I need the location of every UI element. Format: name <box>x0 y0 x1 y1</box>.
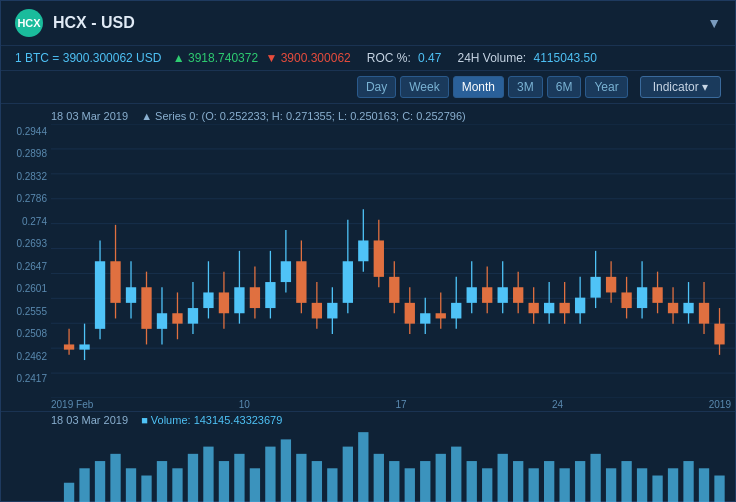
6m-btn[interactable]: 6M <box>547 76 582 98</box>
year-btn[interactable]: Year <box>585 76 627 98</box>
y-label: 0.2832 <box>1 171 47 182</box>
svg-rect-13 <box>64 344 74 349</box>
svg-rect-100 <box>95 461 105 502</box>
svg-rect-101 <box>110 454 120 502</box>
subheader-bar: 1 BTC = 3900.300062 USD ▲ 3918.740372 ▼ … <box>1 46 735 71</box>
volume-chart-wrap <box>1 427 735 502</box>
y-axis: 0.29440.28980.28320.27860.2740.26930.264… <box>1 124 51 398</box>
candlestick-chart <box>51 124 735 398</box>
svg-rect-124 <box>467 461 477 502</box>
x-label: 24 <box>552 399 563 410</box>
svg-rect-106 <box>188 454 198 502</box>
svg-rect-134 <box>621 461 631 502</box>
svg-rect-115 <box>327 468 337 502</box>
svg-rect-137 <box>668 468 678 502</box>
svg-rect-31 <box>203 292 213 308</box>
svg-rect-132 <box>590 454 600 502</box>
svg-rect-129 <box>544 461 554 502</box>
svg-rect-57 <box>405 303 415 324</box>
svg-rect-131 <box>575 461 585 502</box>
svg-rect-87 <box>637 287 647 308</box>
pair-dropdown[interactable]: ▼ <box>707 15 721 31</box>
svg-rect-49 <box>343 261 353 303</box>
svg-rect-109 <box>234 454 244 502</box>
svg-rect-19 <box>110 261 120 303</box>
svg-rect-126 <box>498 454 508 502</box>
y-label: 0.2898 <box>1 148 47 159</box>
svg-rect-51 <box>358 240 368 261</box>
svg-rect-29 <box>188 308 198 324</box>
svg-rect-99 <box>79 468 89 502</box>
svg-rect-112 <box>281 439 291 502</box>
svg-rect-133 <box>606 468 616 502</box>
svg-rect-71 <box>513 287 523 303</box>
svg-rect-140 <box>714 476 724 502</box>
header-bar: HCX HCX - USD ▼ <box>1 1 735 46</box>
svg-rect-122 <box>436 454 446 502</box>
svg-rect-138 <box>683 461 693 502</box>
y-label: 0.2647 <box>1 261 47 272</box>
svg-rect-91 <box>668 303 678 313</box>
svg-rect-37 <box>250 287 260 308</box>
x-axis-labels: 2019 Feb1017242019 <box>1 398 735 411</box>
chart-section: 18 03 Mar 2019 ▲ Series 0: (O: 0.252233;… <box>1 104 735 411</box>
volume-section: 18 03 Mar 2019 ■ Volume: 143145.43323679… <box>1 411 735 501</box>
x-label: 2019 Feb <box>51 399 93 410</box>
svg-rect-95 <box>699 303 709 324</box>
svg-rect-136 <box>652 476 662 502</box>
svg-rect-27 <box>172 313 182 323</box>
y-axis-volume <box>1 427 51 502</box>
indicator-btn[interactable]: Indicator ▾ <box>640 76 721 98</box>
logo: HCX <box>15 9 43 37</box>
svg-rect-33 <box>219 292 229 313</box>
svg-rect-35 <box>234 287 244 313</box>
svg-rect-108 <box>219 461 229 502</box>
svg-rect-73 <box>529 303 539 313</box>
svg-rect-114 <box>312 461 322 502</box>
svg-rect-45 <box>312 303 322 319</box>
svg-rect-75 <box>544 303 554 313</box>
svg-rect-43 <box>296 261 306 303</box>
x-label: 2019 <box>709 399 731 410</box>
svg-rect-123 <box>451 447 461 502</box>
svg-rect-128 <box>529 468 539 502</box>
svg-rect-23 <box>141 287 151 329</box>
svg-rect-77 <box>559 303 569 313</box>
3m-btn[interactable]: 3M <box>508 76 543 98</box>
svg-rect-98 <box>64 483 74 502</box>
svg-rect-104 <box>157 461 167 502</box>
svg-rect-120 <box>405 468 415 502</box>
y-label: 0.2601 <box>1 283 47 294</box>
svg-rect-103 <box>141 476 151 502</box>
day-btn[interactable]: Day <box>357 76 396 98</box>
svg-rect-116 <box>343 447 353 502</box>
y-label: 0.2555 <box>1 306 47 317</box>
svg-rect-110 <box>250 468 260 502</box>
svg-rect-118 <box>374 454 384 502</box>
month-btn[interactable]: Month <box>453 76 504 98</box>
svg-rect-102 <box>126 468 136 502</box>
week-btn[interactable]: Week <box>400 76 448 98</box>
svg-rect-139 <box>699 468 709 502</box>
svg-rect-69 <box>498 287 508 303</box>
svg-rect-47 <box>327 303 337 319</box>
svg-rect-79 <box>575 298 585 314</box>
svg-rect-59 <box>420 313 430 323</box>
svg-rect-135 <box>637 468 647 502</box>
toolbar: Day Week Month 3M 6M Year Indicator ▾ <box>1 71 735 104</box>
volume-info-label: 18 03 Mar 2019 ■ Volume: 143145.43323679 <box>1 412 735 427</box>
svg-rect-119 <box>389 461 399 502</box>
svg-rect-39 <box>265 282 275 308</box>
y-label: 0.2462 <box>1 351 47 362</box>
svg-rect-53 <box>374 240 384 276</box>
svg-rect-125 <box>482 468 492 502</box>
y-label: 0.274 <box>1 216 47 227</box>
y-label: 0.2944 <box>1 126 47 137</box>
chart-info: 18 03 Mar 2019 ▲ Series 0: (O: 0.252233;… <box>1 108 735 124</box>
y-label: 0.2786 <box>1 193 47 204</box>
svg-rect-41 <box>281 261 291 282</box>
svg-rect-117 <box>358 432 368 502</box>
svg-rect-67 <box>482 287 492 303</box>
main-container: HCX HCX - USD ▼ 1 BTC = 3900.300062 USD … <box>0 0 736 502</box>
svg-rect-93 <box>683 303 693 313</box>
